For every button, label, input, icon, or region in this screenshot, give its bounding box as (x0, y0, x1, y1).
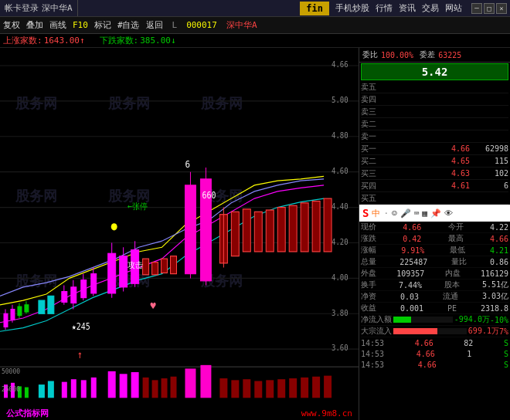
sogou-zhong: 中 (372, 208, 380, 219)
minimize-button[interactable]: ─ (471, 3, 482, 14)
svg-rect-27 (39, 300, 45, 313)
svg-rect-79 (91, 378, 97, 398)
svg-text:25000: 25000 (2, 385, 20, 394)
toolbar-biaoji[interactable]: 标记 (94, 19, 111, 31)
guben-val: 5.51亿 (482, 279, 508, 290)
login-label[interactable]: 帐卡登录 (5, 2, 39, 14)
toolbar-zixuan[interactable]: #自选 (117, 19, 140, 31)
maximize-button[interactable]: □ (484, 3, 495, 14)
jingzi-label: 净资 (361, 291, 376, 302)
svg-rect-75 (48, 381, 54, 398)
bid-1-row: 买一 4.66 62998 (361, 143, 508, 155)
menu-item-web[interactable]: 网站 (445, 2, 462, 14)
wapan-val: 109357 (396, 269, 424, 278)
main-content: 股务网 股务网 股务网 股务网 股务网 股务网 股务网 股务网 股务网 4.66… (0, 48, 510, 420)
menu-item-quote[interactable]: 行情 (376, 2, 393, 14)
trade-1-time: 14:53 (361, 339, 384, 347)
svg-rect-59 (254, 212, 262, 252)
up-count-label: 上涨家数: (3, 35, 42, 46)
svg-rect-96 (301, 378, 308, 398)
stock-code: 000017 (186, 20, 217, 30)
menu-item-trade[interactable]: 交易 (422, 2, 439, 14)
svg-text:3.60: 3.60 (332, 344, 348, 353)
liutong-val: 3.03亿 (482, 291, 508, 302)
order-book: 卖五 卖四 卖三 卖二 卖一 (359, 81, 510, 205)
bid-1-vol: 62998 (470, 144, 508, 153)
委比-label: 委比 (362, 49, 378, 60)
zhandie-val: 0.42 (403, 235, 421, 243)
jinkao-label: 今开 (448, 222, 464, 232)
svg-rect-63 (301, 203, 308, 252)
toolbar-fuquan[interactable]: 复权 (3, 19, 20, 31)
pe-label: PE (447, 304, 457, 313)
ask-1-row: 卖一 (361, 130, 508, 143)
ask-2-label: 卖二 (361, 119, 400, 130)
dazong-pct: 7% (499, 327, 508, 336)
liangbi-label: 量比 (451, 256, 467, 267)
svg-text:4.60: 4.60 (332, 166, 348, 175)
liangbi-val: 0.86 (490, 258, 508, 266)
bid-1-price: 4.66 (400, 144, 470, 153)
login-area[interactable]: 帐卡登录 深中华A (0, 0, 78, 16)
svg-rect-97 (312, 377, 320, 398)
zuigao-label: 最高 (448, 233, 464, 244)
svg-text:4.20: 4.20 (332, 237, 348, 246)
toolbar-fanhui[interactable]: 返回 (146, 19, 163, 31)
menu-item-news[interactable]: 资讯 (399, 2, 416, 14)
bid-4-vol: 6 (470, 181, 508, 190)
company-label: 深中华A (42, 2, 73, 14)
svg-rect-62 (289, 205, 297, 252)
toolbar-diejia[interactable]: 叠加 (26, 19, 43, 31)
svg-text:6: 6 (185, 158, 190, 170)
svg-rect-61 (277, 208, 285, 252)
sogou-emoji: ☺ (392, 208, 397, 218)
trade-2-price: 4.66 (416, 350, 435, 358)
zongliang-label: 总量 (361, 256, 376, 267)
pe-val: 2318.8 (481, 304, 508, 313)
wapan-row: 外盘 109357 内盘 116129 (361, 268, 508, 279)
dazong-val: 699.1万 (468, 326, 499, 337)
svg-text:♥: ♥ (151, 300, 156, 312)
svg-rect-64 (312, 202, 320, 252)
chart-toolbar: 复权 叠加 画线 F10 标记 #自选 返回 L 000017 深中华A (0, 17, 510, 34)
trade-3-type: S (504, 361, 508, 369)
ask-3-row: 卖三 (361, 106, 508, 118)
liutong-label: 流通 (443, 291, 458, 302)
bid-2-label: 买二 (361, 156, 400, 167)
sogou-pin: 📌 (430, 208, 441, 218)
top-bar: 帐卡登录 深中华A fin 手机炒股 行情 资讯 交易 网站 ─ □ × (0, 0, 510, 17)
huanshou-row: 换手 7.44% 股本 5.51亿 (361, 279, 508, 291)
bid-2-price: 4.65 (400, 157, 470, 165)
zuidi-val: 4.21 (490, 246, 508, 255)
bid-2-vol: 115 (470, 157, 508, 165)
jinkao-val: 4.22 (490, 223, 508, 232)
svg-rect-82 (131, 372, 139, 398)
svg-rect-45 (152, 262, 158, 275)
trade-3-time: 14:53 (361, 361, 384, 369)
menu-item-phone[interactable]: 手机炒股 (335, 2, 369, 14)
jingliuru-val: -994.0万 (454, 314, 490, 325)
close-button[interactable]: × (496, 3, 507, 14)
down-count-label: 下跌家数: (100, 35, 139, 46)
trade-row-3: 14:53 4.66 S (361, 359, 508, 370)
trade-list: 14:53 4.66 82 S 14:53 4.66 1 S 14:53 4.6… (359, 337, 510, 370)
svg-rect-58 (243, 209, 250, 252)
ask-2-row: 卖二 (361, 118, 508, 130)
bid-1-label: 买一 (361, 144, 400, 154)
up-count-value: 1643.00↑ (44, 36, 85, 46)
chart-area[interactable]: 股务网 股务网 股务网 股务网 股务网 股务网 股务网 股务网 股务网 4.66… (0, 48, 359, 420)
svg-text:★245: ★245 (72, 321, 90, 332)
svg-text:660: 660 (202, 190, 216, 201)
svg-text:攻击: 攻击 (128, 259, 143, 270)
bid-3-vol: 102 (470, 169, 508, 178)
shouyi-label: 收益 (361, 303, 376, 313)
委差-label: 委差 (420, 49, 435, 60)
toolbar-huaxian[interactable]: 画线 (49, 19, 66, 31)
flow-bar (393, 317, 411, 323)
trade-1-type: S (504, 339, 508, 347)
svg-rect-47 (171, 256, 177, 274)
svg-rect-86 (171, 377, 177, 398)
trade-1-price: 4.66 (415, 339, 434, 347)
bid-4-row: 买四 4.61 6 (361, 180, 508, 192)
toolbar-f10[interactable]: F10 (73, 20, 88, 30)
